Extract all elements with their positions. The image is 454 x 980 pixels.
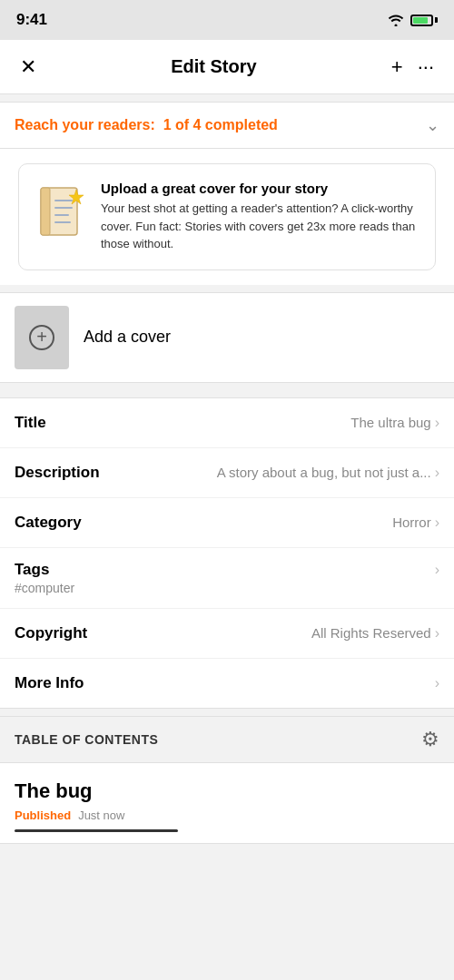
copyright-row[interactable]: Copyright All Rights Reserved › <box>0 609 454 659</box>
close-button[interactable]: ✕ <box>15 50 42 84</box>
category-value-group: Horror › <box>392 514 439 531</box>
add-cover-icon: + <box>29 325 54 350</box>
readers-banner[interactable]: Reach your readers: 1 of 4 completed ⌄ <box>0 102 454 149</box>
description-chevron-icon: › <box>435 465 439 481</box>
copyright-chevron-icon: › <box>435 625 439 642</box>
divider-1 <box>0 383 454 390</box>
story-status: Published <box>15 808 71 822</box>
more-info-row[interactable]: More Info › <box>0 659 454 708</box>
add-button[interactable]: + <box>386 50 409 84</box>
toc-header: TABLE OF CONTENTS ⚙ <box>0 716 454 763</box>
cover-section[interactable]: + Add a cover <box>0 292 454 383</box>
title-value: The ultra bug <box>350 415 430 430</box>
cover-placeholder: + <box>15 306 69 369</box>
status-bar: 9:41 <box>0 0 454 40</box>
book-cover-icon <box>34 181 88 244</box>
tip-text: Upload a great cover for your story Your… <box>101 181 420 253</box>
header-actions: + ··· <box>386 50 439 84</box>
tags-row[interactable]: Tags › #computer <box>0 548 454 609</box>
story-title: The bug <box>15 779 439 803</box>
header: ✕ Edit Story + ··· <box>0 40 454 94</box>
more-info-label: More Info <box>15 674 84 692</box>
description-label: Description <box>15 464 100 482</box>
status-icons <box>387 14 438 26</box>
tip-body: Your best shot at getting a reader's att… <box>101 200 420 253</box>
story-entry[interactable]: The bug Published Just now <box>0 763 454 844</box>
gear-icon[interactable]: ⚙ <box>421 728 439 751</box>
tags-value: #computer <box>15 581 439 595</box>
battery-icon <box>410 15 438 26</box>
title-row[interactable]: Title The ultra bug › <box>0 398 454 448</box>
cover-label: Add a cover <box>84 328 171 347</box>
more-button[interactable]: ··· <box>412 50 439 84</box>
story-underline <box>15 829 178 832</box>
readers-highlight: 1 of 4 completed <box>163 117 278 132</box>
published-badge: Published <box>15 808 71 822</box>
toc-title: TABLE OF CONTENTS <box>15 732 158 747</box>
copyright-value: All Rights Reserved <box>311 625 431 641</box>
settings-section: Title The ultra bug › Description A stor… <box>0 397 454 709</box>
tip-title: Upload a great cover for your story <box>101 181 420 196</box>
tags-row-top: Tags › <box>15 561 439 579</box>
category-label: Category <box>15 514 82 532</box>
tip-card-wrapper: Upload a great cover for your story Your… <box>0 149 454 285</box>
description-row[interactable]: Description A story about a bug, but not… <box>0 448 454 498</box>
more-info-value-group: › <box>435 675 439 691</box>
title-value-group: The ultra bug › <box>350 415 439 431</box>
more-info-chevron-icon: › <box>435 675 439 691</box>
category-row[interactable]: Category Horror › <box>0 498 454 548</box>
category-chevron-icon: › <box>435 514 439 531</box>
title-chevron-icon: › <box>435 415 439 431</box>
description-value: A story about a bug, but not just a... <box>217 465 431 480</box>
tags-chevron-icon: › <box>435 562 439 578</box>
description-value-group: A story about a bug, but not just a... › <box>217 465 439 481</box>
copyright-label: Copyright <box>15 624 87 642</box>
story-meta: Published Just now <box>15 808 439 822</box>
tip-card: Upload a great cover for your story Your… <box>18 163 436 270</box>
copyright-value-group: All Rights Reserved › <box>311 625 439 642</box>
page-title: Edit Story <box>171 56 256 77</box>
tags-label: Tags <box>15 561 49 579</box>
status-time: 9:41 <box>16 11 47 29</box>
category-value: Horror <box>392 514 431 530</box>
readers-text: Reach your readers: 1 of 4 completed <box>15 117 278 133</box>
chevron-down-icon: ⌄ <box>426 115 439 135</box>
wifi-icon <box>387 14 405 26</box>
title-label: Title <box>15 414 46 432</box>
svg-rect-1 <box>41 188 50 235</box>
story-time: Just now <box>78 808 124 822</box>
readers-prefix: Reach your readers: <box>15 117 155 132</box>
